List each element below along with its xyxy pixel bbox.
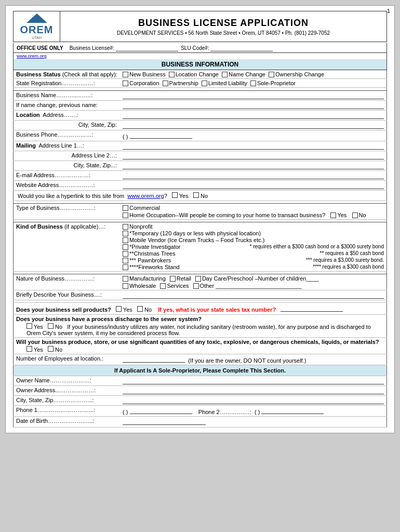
website-field[interactable] bbox=[123, 182, 384, 189]
cb-home-occupation-label: Home Occupation--Will people be coming t… bbox=[129, 212, 325, 218]
location-label: Location bbox=[16, 112, 40, 118]
cb-fireworks-label: ****Fireworks Stand bbox=[129, 264, 180, 270]
business-status-label: Business Status bbox=[16, 71, 61, 77]
phone1-field[interactable] bbox=[130, 407, 192, 414]
num-employees-field[interactable] bbox=[123, 355, 185, 363]
num-employees-label: Number of Employees at location.: bbox=[16, 355, 103, 362]
cb-sole-proprietor-label: Sole-Proprietor bbox=[257, 80, 296, 86]
business-phone-row: Business Phone………………: ( ) bbox=[14, 130, 387, 141]
www-link[interactable]: www.orem.org bbox=[17, 54, 47, 59]
mailing-city-state-zip-field[interactable] bbox=[123, 162, 384, 169]
briefly-describe-field[interactable] bbox=[123, 291, 384, 299]
cb-limited-liability-icon[interactable] bbox=[202, 81, 207, 86]
owner-city-state-zip-label: City, State, Zip………………...: bbox=[16, 397, 94, 403]
owner-city-state-zip-field[interactable] bbox=[123, 397, 384, 404]
cb-commercial-icon[interactable] bbox=[123, 205, 128, 211]
checkbox-location-change: Location Change bbox=[169, 71, 219, 77]
cb-wholesale-icon[interactable] bbox=[123, 283, 128, 289]
toxic-row: Will your business produce, store, or us… bbox=[14, 338, 387, 354]
cb-sell-no: No bbox=[144, 307, 152, 313]
checkbox-new-business: New Business bbox=[123, 71, 166, 77]
cb-christmas-trees-icon[interactable] bbox=[123, 251, 128, 257]
cb-pawnbrokers-row: *** Pawnbrokers *** requires a $3,000 su… bbox=[123, 257, 384, 263]
cb-nonprofit-icon[interactable] bbox=[123, 224, 128, 230]
hyperlink-row: Would you like a hyperlink to this site … bbox=[14, 191, 387, 201]
cb-retail-icon[interactable] bbox=[170, 276, 176, 282]
cb-commercial-label: Commercial bbox=[129, 205, 160, 211]
location-address-field[interactable] bbox=[123, 112, 384, 119]
mailing-address1-field[interactable] bbox=[123, 142, 384, 150]
cb-mobile-vendor-icon[interactable] bbox=[123, 237, 128, 243]
mailing-address1-row: Mailing Address Line 1…: bbox=[14, 141, 387, 151]
city-state-zip-label: City, State, Zip: bbox=[78, 122, 117, 128]
cb-manufacturing-icon[interactable] bbox=[123, 276, 128, 282]
cb-other-icon[interactable] bbox=[193, 283, 199, 289]
phone2-field[interactable] bbox=[261, 407, 324, 414]
address-label: Address…….: bbox=[43, 112, 78, 118]
cb-corporation-icon[interactable] bbox=[123, 81, 128, 86]
cb-process-yes-icon[interactable] bbox=[26, 323, 32, 329]
business-license-label: Business License#: bbox=[70, 45, 114, 51]
cb-services-label: Services bbox=[167, 283, 189, 289]
cb-fireworks-icon[interactable] bbox=[123, 264, 128, 270]
title-box: BUSINESS LICENSE APPLICATION DEVELOPMENT… bbox=[60, 11, 386, 42]
business-phone-field[interactable] bbox=[130, 131, 192, 139]
owner-name-field[interactable] bbox=[123, 377, 384, 384]
cb-hyperlink-no-icon[interactable] bbox=[193, 192, 199, 198]
cb-toxic-yes-icon[interactable] bbox=[26, 346, 32, 352]
cb-fireworks: ****Fireworks Stand bbox=[123, 264, 180, 270]
logo-box: OREM UTAH bbox=[14, 11, 60, 42]
phone-placeholder: ( ) bbox=[123, 134, 128, 140]
cb-partnership-icon[interactable] bbox=[163, 81, 168, 86]
cb-home-no-icon[interactable] bbox=[352, 212, 358, 218]
email-row: E-mail Address………………: bbox=[14, 171, 387, 181]
num-employees-row: Number of Employees at location.: (If yo… bbox=[14, 354, 387, 365]
cb-process-no-icon[interactable] bbox=[48, 323, 54, 329]
sell-products-row: Does your business sell products? Yes No… bbox=[14, 303, 387, 315]
cb-temporary-label: *Temporary (120 days or less with physic… bbox=[129, 230, 261, 236]
dob-field[interactable] bbox=[123, 418, 206, 425]
cb-new-business-icon[interactable] bbox=[123, 72, 128, 77]
business-name-field[interactable] bbox=[123, 92, 384, 99]
type-of-business-row: Type of Business………………: Commercial Home … bbox=[14, 204, 387, 220]
www-row: www.orem.org bbox=[13, 53, 387, 59]
cb-temporary-icon[interactable] bbox=[123, 231, 128, 236]
cb-hyperlink-yes-icon[interactable] bbox=[172, 192, 178, 198]
cb-ownership-change-icon[interactable] bbox=[269, 72, 274, 77]
mailing-address2-field[interactable] bbox=[123, 152, 384, 159]
email-field[interactable] bbox=[123, 172, 384, 179]
business-name-row: Business Name………...….…: bbox=[14, 91, 387, 101]
city-state-zip-field[interactable] bbox=[123, 122, 384, 129]
cb-pawnbrokers-icon[interactable] bbox=[123, 258, 128, 263]
owner-address-field[interactable] bbox=[123, 387, 384, 394]
business-license-field[interactable] bbox=[116, 44, 178, 51]
cb-toxic-no-icon[interactable] bbox=[48, 346, 54, 352]
business-phone-label: Business Phone………………: bbox=[16, 131, 94, 138]
main-form: Business Status (Check all that apply): … bbox=[13, 70, 387, 428]
slu-code-field[interactable] bbox=[210, 44, 273, 51]
cb-sell-yes-icon[interactable] bbox=[116, 306, 122, 312]
business-status-sublabel: (Check all that apply): bbox=[62, 71, 117, 77]
cb-services-icon[interactable] bbox=[160, 283, 166, 289]
cb-nonprofit-label: Nonprofit bbox=[129, 223, 153, 230]
cb-private-investigator-icon[interactable] bbox=[123, 244, 128, 250]
owner-city-state-zip-row: City, State, Zip………………...: bbox=[14, 396, 387, 406]
cb-home-occupation-icon[interactable] bbox=[123, 212, 128, 218]
process-discharge-label: Does your business have a process discha… bbox=[16, 316, 202, 322]
state-reg-checkboxes: Corporation Partnership Limited Liabilit… bbox=[123, 80, 384, 86]
cb-private-investigator-label: *Private Investigator bbox=[129, 244, 180, 250]
cb-new-business-label: New Business bbox=[129, 71, 166, 77]
cb-sole-proprietor-icon[interactable] bbox=[250, 81, 256, 86]
state-registration-row: State Registration.………….…: Corporation P… bbox=[14, 79, 387, 88]
cb-sell-no-icon[interactable] bbox=[137, 306, 143, 312]
name-change-field[interactable] bbox=[123, 102, 384, 109]
hyperlink-q: Would you like a hyperlink to this site … bbox=[18, 193, 124, 199]
cb-name-change-icon[interactable] bbox=[222, 72, 228, 77]
checkbox-sole-proprietor: Sole-Proprietor bbox=[250, 80, 296, 86]
tax-field[interactable] bbox=[281, 304, 343, 312]
process-discharge-row: Does your business have a process discha… bbox=[14, 315, 387, 338]
cb-fireworks-row: ****Fireworks Stand **** requires a $300… bbox=[123, 264, 384, 270]
cb-daycare-icon[interactable] bbox=[195, 276, 201, 282]
cb-location-change-icon[interactable] bbox=[169, 72, 175, 77]
cb-home-yes-icon[interactable] bbox=[330, 212, 336, 218]
